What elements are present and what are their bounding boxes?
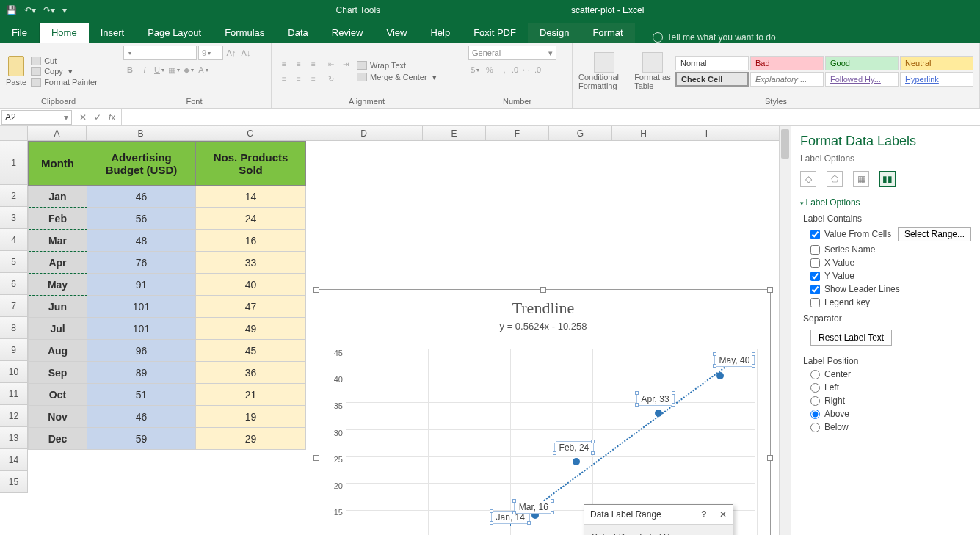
increase-decimal-icon[interactable]: .0→	[512, 63, 526, 76]
x-value-checkbox[interactable]	[810, 258, 820, 268]
tab-file[interactable]: File	[0, 23, 40, 43]
wrap-text-button[interactable]: Wrap Text	[357, 61, 437, 70]
worksheet[interactable]: ABCDEFGHI 123456789101112131415 MonthAdv…	[0, 126, 791, 535]
embedded-chart[interactable]: Trendline y = 0.5624x - 10.258 454035302…	[316, 289, 771, 535]
increase-font-icon[interactable]: A↑	[225, 46, 238, 59]
label-options-icon[interactable]: ▮▮	[879, 171, 896, 187]
table-icon	[642, 52, 663, 73]
tab-home[interactable]: Home	[40, 23, 89, 43]
name-box[interactable]: A2▾	[1, 110, 72, 125]
label-position-below[interactable]	[810, 423, 820, 432]
tab-page-layout[interactable]: Page Layout	[136, 23, 213, 43]
style-good[interactable]: Good	[825, 56, 899, 70]
y-value-checkbox[interactable]	[810, 272, 820, 281]
cell-styles-gallery[interactable]: Normal Bad Good Neutral Check Cell Expla…	[675, 56, 973, 87]
cancel-formula-icon[interactable]: ✕	[79, 112, 87, 123]
tab-design[interactable]: Design	[528, 23, 581, 43]
row-headers[interactable]: 123456789101112131415	[0, 141, 28, 493]
select-range-button[interactable]: Select Range...	[898, 227, 971, 241]
data-label[interactable]: Feb, 24	[554, 441, 595, 454]
dialog-close-icon[interactable]: ✕	[719, 509, 727, 520]
format-painter-button[interactable]: Format Painter	[31, 78, 98, 87]
copy-button[interactable]: Copy ▾	[31, 67, 98, 76]
tab-format[interactable]: Format	[581, 23, 634, 43]
data-table[interactable]: MonthAdvertising Budget (USD)Nos. Produc…	[28, 141, 306, 450]
vertical-scrollbar[interactable]	[779, 126, 791, 535]
font-size-select[interactable]: 9	[198, 46, 223, 60]
label-position-heading: Label Position	[803, 356, 971, 366]
style-hyperlink[interactable]: Hyperlink	[900, 72, 973, 87]
style-neutral[interactable]: Neutral	[900, 56, 973, 70]
style-normal[interactable]: Normal	[675, 56, 749, 70]
alignment-grid[interactable]: ≡≡≡≡≡≡	[277, 57, 320, 85]
decrease-font-icon[interactable]: A↓	[239, 46, 253, 59]
merge-center-button[interactable]: Merge & Center ▾	[357, 73, 437, 82]
customize-qat-icon[interactable]: ▾	[62, 5, 67, 15]
tab-formulas[interactable]: Formulas	[213, 23, 276, 43]
tab-data[interactable]: Data	[276, 23, 319, 43]
border-button[interactable]: ▦	[167, 63, 181, 76]
redo-icon[interactable]: ↷▾	[43, 5, 55, 15]
paste-button[interactable]: Paste	[6, 56, 26, 87]
fill-line-options-icon[interactable]: ◇	[800, 171, 816, 187]
number-format-select[interactable]: General▾	[468, 46, 556, 60]
pane-title: Format Data Labels	[800, 134, 971, 149]
comma-format-icon[interactable]: ,	[498, 63, 511, 76]
bold-button[interactable]: B	[123, 63, 137, 76]
legend-key-checkbox[interactable]	[810, 298, 820, 307]
trendline-equation[interactable]: y = 0.5624x - 10.258	[316, 321, 770, 332]
decrease-decimal-icon[interactable]: ←.0	[527, 63, 540, 76]
reset-label-text-button[interactable]: Reset Label Text	[810, 330, 892, 346]
value-from-cells-checkbox[interactable]	[810, 230, 820, 239]
percent-format-icon[interactable]: %	[483, 63, 496, 76]
clipboard-icon	[8, 56, 24, 76]
ribbon: Paste Cut Copy ▾ Format Painter Clipboar…	[0, 43, 980, 109]
underline-button[interactable]: U	[153, 63, 166, 76]
font-color-button[interactable]: A	[197, 63, 210, 76]
conditional-formatting-button[interactable]: Conditional Formatting	[578, 52, 630, 90]
save-icon[interactable]: 💾	[6, 5, 17, 15]
tab-foxit[interactable]: Foxit PDF	[462, 23, 528, 43]
format-as-table-button[interactable]: Format as Table	[634, 52, 671, 90]
y-axis[interactable]: 454035302520151050	[325, 349, 343, 535]
italic-button[interactable]: I	[138, 63, 151, 76]
decrease-indent-icon[interactable]: ⇤	[324, 57, 338, 70]
size-properties-options-icon[interactable]: ▦	[853, 171, 869, 187]
label-options-section[interactable]: Label Options	[800, 197, 971, 208]
label-position-left[interactable]	[810, 383, 820, 393]
series-name-checkbox[interactable]	[810, 245, 820, 255]
label-position-above[interactable]	[810, 410, 820, 419]
select-all-corner[interactable]	[0, 126, 28, 140]
style-explanatory[interactable]: Explanatory ...	[750, 72, 824, 87]
font-name-select[interactable]	[123, 46, 197, 60]
fx-icon[interactable]: fx	[109, 112, 115, 123]
data-label[interactable]: May, 40	[714, 354, 755, 367]
orientation-icon[interactable]: ↻	[324, 72, 338, 85]
cut-button[interactable]: Cut	[31, 57, 98, 65]
show-leader-lines-checkbox[interactable]	[810, 285, 820, 294]
dialog-title: Data Label Range	[590, 509, 661, 520]
style-followed-hyperlink[interactable]: Followed Hy...	[825, 72, 899, 87]
label-position-center[interactable]	[810, 370, 820, 379]
fill-color-button[interactable]: ◆	[182, 63, 195, 76]
chart-title[interactable]: Trendline	[316, 299, 770, 318]
dialog-help-icon[interactable]: ?	[701, 509, 706, 520]
data-label[interactable]: Apr, 33	[636, 393, 675, 406]
style-check-cell[interactable]: Check Cell	[675, 72, 749, 87]
accounting-format-icon[interactable]: $	[468, 63, 482, 76]
tab-help[interactable]: Help	[418, 23, 462, 43]
style-bad[interactable]: Bad	[750, 56, 824, 70]
tell-me-search[interactable]: Tell me what you want to do	[653, 32, 776, 43]
label-position-right[interactable]	[810, 396, 820, 406]
tab-review[interactable]: Review	[320, 23, 375, 43]
data-label[interactable]: Mar, 16	[514, 501, 553, 514]
column-headers[interactable]: ABCDEFGHI	[0, 126, 791, 141]
enter-formula-icon[interactable]: ✓	[94, 112, 101, 123]
undo-icon[interactable]: ↶▾	[24, 5, 36, 15]
tab-insert[interactable]: Insert	[89, 23, 137, 43]
increase-indent-icon[interactable]: ⇥	[339, 57, 352, 70]
tab-view[interactable]: View	[374, 23, 418, 43]
formula-bar[interactable]	[121, 109, 980, 125]
effects-options-icon[interactable]: ⬠	[827, 171, 843, 187]
pane-subtitle[interactable]: Label Options	[800, 153, 971, 164]
